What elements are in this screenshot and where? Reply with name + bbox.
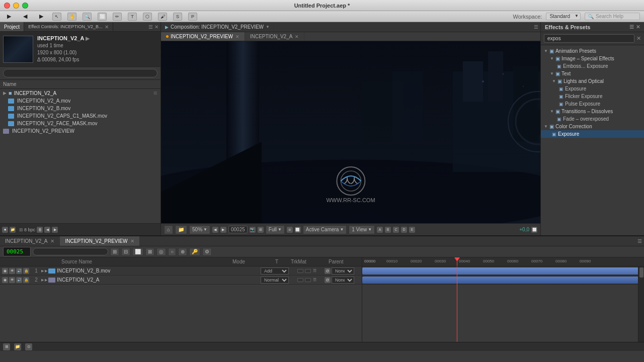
comp-header-main[interactable]: ▶ Composition: INCEPTION_V2_PREVIEW ▼: [161, 22, 274, 32]
vt-btn-alpha[interactable]: α: [287, 227, 293, 233]
tab-close-icon[interactable]: ✕: [105, 24, 109, 30]
comp-menu-icon[interactable]: ☰: [534, 24, 538, 30]
effects-close-icon[interactable]: ✕: [636, 24, 640, 30]
project-btn-3[interactable]: 🗑: [37, 227, 43, 233]
tl-btn-9[interactable]: ⚙: [202, 248, 212, 256]
toolbar-btn-7[interactable]: ⬡: [143, 13, 152, 21]
file-item-2[interactable]: INCEPTION_V2_CAPS_C1_MASK.mov: [0, 112, 160, 120]
toolbar-btn-1[interactable]: ↖: [52, 13, 61, 21]
viewer-tab-close-1[interactable]: ✕: [295, 34, 299, 39]
layer-1-switch-2[interactable]: [305, 269, 311, 273]
toolbar-btn-8[interactable]: 🖌: [158, 13, 167, 21]
panel-menu-icon[interactable]: ☰: [148, 24, 153, 30]
layer-1-name[interactable]: INCEPTION_V2_B.mov: [57, 268, 261, 274]
tl-btn-3[interactable]: ⬜: [132, 248, 143, 256]
layer-2-name[interactable]: INCEPTION_V2_A: [57, 277, 261, 283]
minimize-button[interactable]: [13, 3, 19, 9]
vt-view[interactable]: 1 View ▼: [349, 225, 375, 234]
tl-btn-7[interactable]: ⊕: [178, 248, 187, 256]
tl-tab-close-1[interactable]: ✕: [130, 238, 134, 244]
viewer-tab-preview[interactable]: INCEPTION_V2_PREVIEW ✕: [161, 32, 245, 41]
vt-btn-cam[interactable]: 📷: [250, 227, 256, 233]
vt-btn-home[interactable]: ⌂: [164, 225, 173, 234]
toolbar-btn-2[interactable]: ✋: [67, 13, 76, 21]
vt-btn-e[interactable]: E: [409, 227, 415, 233]
layer-2-parent-icon[interactable]: @: [325, 277, 331, 283]
layer-2-parent-select[interactable]: None: [332, 277, 354, 284]
maximize-button[interactable]: [22, 3, 28, 9]
project-search-input[interactable]: [3, 69, 157, 77]
tree-item-exposure-cc[interactable]: ▣ Exposure: [541, 130, 644, 138]
file-item-4[interactable]: INCEPTION_V2_PREVIEW: [0, 127, 160, 135]
timeline-bar-1[interactable]: [362, 267, 643, 275]
timeline-bar-2[interactable]: [362, 277, 643, 284]
status-btn-2[interactable]: 📁: [14, 343, 21, 350]
tl-tab-preview[interactable]: INCEPTION_V2_PREVIEW ✕: [60, 236, 140, 246]
file-item-3[interactable]: INCEPTION_V2_FACE_MASK.mov: [0, 120, 160, 127]
layer-2-solo[interactable]: ◉: [2, 277, 8, 283]
tl-tab-a[interactable]: INCEPTION_V2_A ✕: [0, 236, 60, 246]
toolbar-btn-3[interactable]: 🔍: [83, 13, 92, 21]
toolbar-btn-6[interactable]: T: [128, 13, 137, 21]
project-btn-2[interactable]: 📁: [10, 227, 16, 233]
vt-btn-b[interactable]: B: [385, 227, 391, 233]
effects-menu-icon[interactable]: ☰: [629, 24, 634, 30]
layer-1-parent-icon[interactable]: @: [325, 268, 331, 274]
tl-btn-1[interactable]: ⊞: [110, 248, 119, 256]
vt-btn-right[interactable]: ▶: [220, 227, 226, 233]
tl-menu-icon[interactable]: ☰: [637, 238, 642, 244]
tree-folder-lights-optical[interactable]: ▼ ▣ Lights and Optical: [541, 77, 644, 85]
tree-folder-text[interactable]: ▼ ▣ Text: [541, 70, 644, 77]
tl-btn-2[interactable]: ⊟: [121, 248, 130, 256]
toolbar-btn-5[interactable]: ✏: [113, 13, 122, 21]
file-item-1[interactable]: INCEPTION_V2_B.mov: [0, 105, 160, 112]
timeline-timecode[interactable]: 00025: [3, 247, 31, 256]
layer-2-switch-1[interactable]: [297, 278, 303, 282]
viewer-tab-close-0[interactable]: ✕: [235, 34, 239, 39]
effects-search-clear[interactable]: ✕: [636, 35, 641, 42]
toolbar-btn-4[interactable]: ⬜: [98, 13, 107, 21]
search-help-field[interactable]: 🔍 Search Help: [585, 13, 640, 20]
menu-arrow-right[interactable]: ▶: [36, 12, 46, 21]
layer-1-lock[interactable]: 🔒: [23, 268, 29, 274]
vt-btn-expand[interactable]: ⬜: [531, 227, 537, 233]
tab-project[interactable]: Project: [0, 22, 24, 31]
layer-2-mode-select[interactable]: Normal Add: [261, 277, 289, 284]
timeline-tracks[interactable]: [362, 266, 644, 342]
layer-2-audio[interactable]: 🔊: [16, 277, 22, 283]
vt-zoom[interactable]: 50% ▼: [189, 225, 210, 234]
tree-folder-transitions[interactable]: ▼ ▣ Transitions – Dissolves: [541, 108, 644, 115]
menu-arrow-left[interactable]: ◀: [20, 12, 30, 21]
vt-btn-d[interactable]: D: [401, 227, 407, 233]
file-item-folder[interactable]: ▶ ■ INCEPTION_V2_A ⊞: [0, 89, 160, 97]
tl-btn-8[interactable]: 🔑: [189, 248, 200, 256]
tree-item-flicker[interactable]: ▣ Flicker Exposure: [541, 93, 644, 100]
toolbar-btn-10[interactable]: P: [188, 13, 197, 21]
status-btn-3[interactable]: ⊙: [25, 343, 32, 350]
vt-quality[interactable]: Full ▼: [266, 225, 285, 234]
vt-btn-folder[interactable]: 📁: [175, 225, 187, 234]
toolbar-btn-9[interactable]: S: [173, 13, 182, 21]
vt-btn-a[interactable]: A: [377, 227, 383, 233]
tl-btn-6[interactable]: ○: [168, 248, 176, 256]
project-btn-left[interactable]: ◀: [44, 227, 50, 233]
project-btn-1[interactable]: ■: [2, 227, 8, 233]
layer-1-audio[interactable]: 🔊: [16, 268, 22, 274]
vt-btn-grid[interactable]: ⊞: [258, 227, 264, 233]
status-btn-1[interactable]: ⊞: [3, 343, 10, 350]
layer-1-switch-1[interactable]: [297, 269, 303, 273]
tree-item-exposure-1[interactable]: ▣ Exposure: [541, 85, 644, 93]
tree-folder-image-special[interactable]: ▼ ▣ Image – Special Effects: [541, 55, 644, 62]
timeline-search-input[interactable]: [33, 248, 108, 255]
tree-item-fade[interactable]: ▣ Fade – overexposed: [541, 115, 644, 123]
layer-2-lock[interactable]: 🔒: [23, 277, 29, 283]
menu-item[interactable]: ▶: [4, 12, 14, 21]
tree-folder-color-correction[interactable]: ▼ ▣ Color Correction: [541, 123, 644, 130]
layer-1-mode-select[interactable]: Add Normal: [261, 267, 289, 275]
scrollbar-thumb[interactable]: [639, 267, 643, 278]
vt-camera[interactable]: Active Camera ▼: [303, 225, 347, 234]
tree-item-emboss[interactable]: ▣ Emboss... Exposure: [541, 62, 644, 70]
viewer-tab-a[interactable]: INCEPTION_V2_A ✕: [245, 32, 304, 41]
panel-close-icon[interactable]: ✕: [154, 24, 158, 30]
file-item-0[interactable]: INCEPTION_V2_A.mov: [0, 97, 160, 105]
